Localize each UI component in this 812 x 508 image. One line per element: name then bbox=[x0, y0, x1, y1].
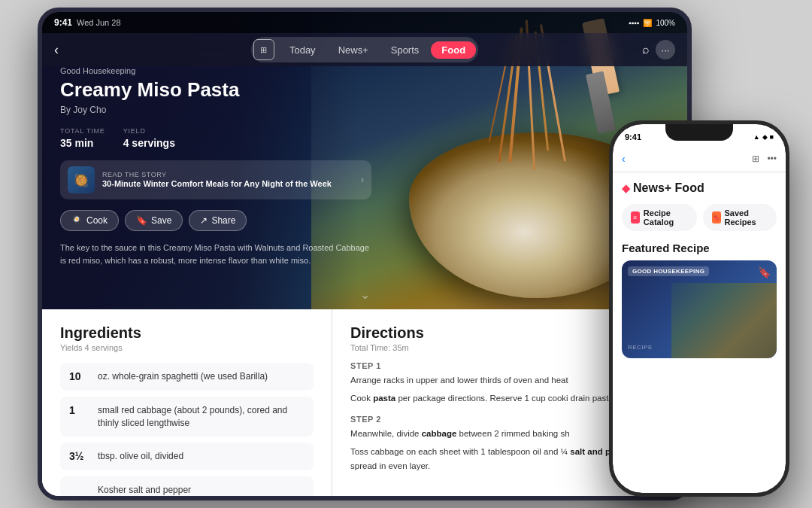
story-card[interactable]: 🥘 READ THE STORY 30-Minute Winter Comfor… bbox=[60, 160, 371, 199]
cook-icon: 🍳 bbox=[71, 215, 83, 226]
story-read-label: READ THE STORY bbox=[102, 171, 353, 178]
ingredient-item: 10 oz. whole-grain spaghetti (we used Ba… bbox=[60, 363, 314, 391]
ingredient-item: 3½ tbsp. olive oil, divided bbox=[60, 443, 314, 470]
recipe-description: The key to the sauce in this Creamy Miso… bbox=[60, 242, 371, 266]
yield-value: 4 servings bbox=[123, 137, 175, 149]
ingredient-qty: 10 bbox=[69, 370, 90, 382]
iphone-battery-icon: ■ bbox=[770, 133, 774, 141]
apple-news-icon: ◆ bbox=[622, 182, 630, 194]
saved-recipes-pill[interactable]: 🔖 Saved Recipes bbox=[703, 204, 777, 231]
card-type-label: RECIPE bbox=[628, 344, 653, 351]
tab-newsplus[interactable]: News+ bbox=[328, 41, 379, 59]
tablet-screen: 9:41 Wed Jun 28 ▪▪▪▪ 🛜 100% ‹ ⊞ Today Ne… bbox=[42, 12, 687, 496]
iphone-notch bbox=[665, 124, 733, 141]
ingredient-item: 1 small red cabbage (about 2 pounds), co… bbox=[60, 397, 314, 437]
ingredient-name: oz. whole-grain spaghetti (we used Baril… bbox=[98, 370, 268, 383]
card-food-image bbox=[671, 283, 777, 358]
iphone-content: ◆ News+ Food ≡ Recipe Catalog 🔖 Saved Re… bbox=[613, 172, 786, 367]
signal-icon: ▪▪▪▪ bbox=[629, 19, 639, 27]
recipe-meta: TOTAL TIME 35 min YIELD 4 servings bbox=[60, 127, 371, 150]
total-time-meta: TOTAL TIME 35 min bbox=[60, 127, 105, 150]
nav-grid-icon[interactable]: ⊞ bbox=[253, 39, 274, 60]
cook-label: Cook bbox=[86, 215, 108, 226]
nav-tabs: ⊞ Today News+ Sports Food bbox=[251, 37, 478, 62]
ingredient-name: tbsp. olive oil, divided bbox=[98, 450, 183, 463]
iphone-pills: ≡ Recipe Catalog 🔖 Saved Recipes bbox=[622, 204, 777, 231]
scene: 9:41 Wed Jun 28 ▪▪▪▪ 🛜 100% ‹ ⊞ Today Ne… bbox=[0, 0, 812, 508]
wifi-icon: 🛜 bbox=[643, 19, 652, 27]
save-label: Save bbox=[151, 215, 171, 226]
save-button[interactable]: 🔖 Save bbox=[125, 210, 183, 231]
story-title: 30-Minute Winter Comfort Meals for Any N… bbox=[102, 178, 353, 189]
recipe-author: By Joy Cho bbox=[60, 105, 371, 115]
iphone-more-icon[interactable]: ••• bbox=[767, 154, 777, 164]
ingredients-subtitle: Yields 4 servings bbox=[60, 343, 314, 352]
story-arrow-icon: › bbox=[361, 175, 364, 185]
back-button[interactable]: ‹ bbox=[54, 42, 59, 58]
ingredients-column: Ingredients Yields 4 servings 10 oz. who… bbox=[42, 309, 332, 496]
iphone-wifi-icon: ◆ bbox=[762, 133, 768, 141]
ingredient-item: Kosher salt and pepper bbox=[60, 476, 314, 496]
ingredients-title: Ingredients bbox=[60, 324, 314, 342]
tablet-navbar: ‹ ⊞ Today News+ Sports Food ⌕ ··· bbox=[42, 33, 687, 66]
total-time-value: 35 min bbox=[60, 137, 93, 149]
ingredient-name: small red cabbage (about 2 pounds), core… bbox=[98, 404, 304, 430]
story-thumb-icon: 🥘 bbox=[74, 173, 89, 187]
ingredient-qty: 3½ bbox=[69, 450, 90, 462]
featured-recipe-title: Featured Recipe bbox=[622, 242, 777, 254]
tab-sports[interactable]: Sports bbox=[380, 41, 430, 59]
card-source-label: GOOD HOUSEKEEPING bbox=[628, 266, 709, 276]
cook-button[interactable]: 🍳 Cook bbox=[60, 210, 119, 231]
story-info: READ THE STORY 30-Minute Winter Comfort … bbox=[102, 171, 353, 189]
yield-meta: YIELD 4 servings bbox=[123, 127, 175, 150]
card-bookmark-icon[interactable]: 🔖 bbox=[758, 266, 771, 278]
content-section: Ingredients Yields 4 servings 10 oz. who… bbox=[42, 309, 687, 496]
share-icon: ↗ bbox=[200, 215, 208, 226]
iphone-logo-text: News+ Food bbox=[633, 181, 704, 195]
save-icon: 🔖 bbox=[136, 215, 147, 226]
iphone-logo: ◆ News+ Food bbox=[622, 181, 777, 195]
iphone-navbar: ‹ ⊞ ••• bbox=[613, 145, 786, 172]
tablet-status-icons: ▪▪▪▪ 🛜 100% bbox=[629, 19, 675, 27]
recipe-source: Good Housekeeping bbox=[60, 66, 371, 75]
share-button[interactable]: ↗ Share bbox=[189, 210, 247, 231]
recipe-title: Creamy Miso Pasta bbox=[60, 78, 371, 102]
iphone-time: 9:41 bbox=[625, 132, 641, 141]
scroll-chevron-icon: ⌄ bbox=[360, 287, 370, 302]
iphone: 9:41 ▲ ◆ ■ ‹ ⊞ ••• ◆ News+ Food bbox=[609, 120, 789, 497]
recipe-catalog-label: Recipe Catalog bbox=[644, 208, 688, 227]
recipe-action-buttons: 🍳 Cook 🔖 Save ↗ Share bbox=[60, 210, 371, 231]
hero-content: Good Housekeeping Creamy Miso Pasta By J… bbox=[60, 66, 371, 266]
total-time-label: TOTAL TIME bbox=[60, 127, 105, 135]
ingredient-qty: 1 bbox=[69, 404, 90, 416]
iphone-back-button[interactable]: ‹ bbox=[622, 153, 626, 165]
battery-icon: 100% bbox=[656, 19, 675, 27]
share-label: Share bbox=[211, 215, 235, 226]
search-icon[interactable]: ⌕ bbox=[642, 43, 650, 56]
yield-label: YIELD bbox=[123, 127, 175, 135]
recipe-catalog-icon: ≡ bbox=[631, 211, 640, 224]
saved-recipes-label: Saved Recipes bbox=[725, 208, 768, 227]
tablet-date: Wed Jun 28 bbox=[77, 18, 121, 27]
iphone-status-icons: ▲ ◆ ■ bbox=[753, 133, 774, 141]
ingredient-name: Kosher salt and pepper bbox=[98, 484, 191, 496]
tablet: 9:41 Wed Jun 28 ▪▪▪▪ 🛜 100% ‹ ⊞ Today Ne… bbox=[38, 8, 692, 500]
story-thumbnail: 🥘 bbox=[68, 166, 95, 193]
tablet-status-bar: 9:41 Wed Jun 28 ▪▪▪▪ 🛜 100% bbox=[42, 12, 687, 33]
tab-food[interactable]: Food bbox=[431, 41, 476, 59]
iphone-nav-icons: ⊞ ••• bbox=[752, 154, 777, 164]
recipe-catalog-pill[interactable]: ≡ Recipe Catalog bbox=[622, 204, 697, 231]
iphone-signal-icon: ▲ bbox=[753, 133, 760, 141]
tab-today[interactable]: Today bbox=[279, 41, 326, 59]
tablet-time: 9:41 bbox=[54, 17, 72, 28]
iphone-recipe-card[interactable]: GOOD HOUSEKEEPING 🔖 RECIPE bbox=[622, 260, 777, 358]
iphone-grid-icon[interactable]: ⊞ bbox=[752, 154, 759, 164]
more-icon: ··· bbox=[662, 44, 670, 56]
iphone-screen: 9:41 ▲ ◆ ■ ‹ ⊞ ••• ◆ News+ Food bbox=[613, 124, 786, 493]
saved-recipes-icon: 🔖 bbox=[712, 211, 721, 224]
more-button[interactable]: ··· bbox=[656, 40, 675, 59]
